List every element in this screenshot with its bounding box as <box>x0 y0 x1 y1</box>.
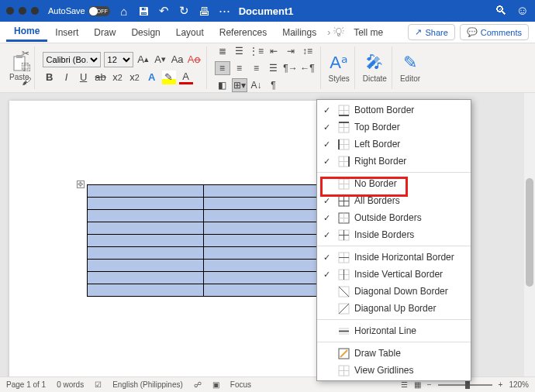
subscript-button[interactable]: x2 <box>111 70 125 84</box>
decrease-font-icon[interactable]: A▾ <box>154 53 167 67</box>
table-row[interactable] <box>88 235 320 247</box>
align-right-icon[interactable]: ≡ <box>249 61 264 75</box>
indent-dec-icon[interactable]: ⇤ <box>266 44 281 58</box>
zoom-dot-icon[interactable] <box>31 7 39 15</box>
window-controls[interactable] <box>6 7 39 15</box>
clear-format-icon[interactable]: Aꝋ <box>188 53 202 67</box>
tab-draw[interactable]: Draw <box>86 24 123 41</box>
menu-item-border-outside[interactable]: ✓Outside Borders <box>317 209 471 226</box>
superscript-button[interactable]: x2 <box>128 70 142 84</box>
rtl-icon[interactable]: ←¶ <box>300 61 316 75</box>
focus-icon[interactable]: ▣ <box>212 380 219 389</box>
more-icon[interactable]: ⋯ <box>219 5 231 17</box>
strike-button[interactable]: ab <box>94 70 108 84</box>
focus-label[interactable]: Focus <box>230 380 251 389</box>
zoom-in-icon[interactable]: + <box>499 380 503 389</box>
account-icon[interactable]: ☺ <box>516 4 529 18</box>
text-effects-icon[interactable]: A <box>145 70 159 84</box>
numbering-icon[interactable]: ☰ <box>232 44 247 58</box>
menu-item-border-all[interactable]: ✓All Borders <box>317 192 471 209</box>
increase-font-icon[interactable]: A▴ <box>136 53 150 67</box>
table-row[interactable] <box>88 260 320 272</box>
highlight-icon[interactable]: ✎ <box>162 70 176 84</box>
print-icon[interactable]: 🖶 <box>198 5 211 17</box>
table-row[interactable] <box>88 185 320 198</box>
menu-item-border-h[interactable]: ✓Inside Horizontal Border <box>317 249 471 266</box>
table-row[interactable] <box>88 272 320 284</box>
bold-button[interactable]: B <box>43 70 57 84</box>
more-tabs-icon[interactable]: › <box>327 27 330 38</box>
menu-item-border-inside[interactable]: ✓Inside Borders <box>317 226 471 243</box>
editor-group[interactable]: ✎ Editor <box>395 46 425 89</box>
font-color-icon[interactable]: A <box>179 70 193 84</box>
language-indicator[interactable]: English (Philippines) <box>112 380 183 389</box>
ltr-icon[interactable]: ¶→ <box>283 61 299 75</box>
zoom-handle-icon[interactable] <box>465 381 470 389</box>
menu-item-draw-table[interactable]: Draw Table <box>317 345 471 362</box>
menu-item-border-right[interactable]: ✓Right Border <box>317 153 471 170</box>
minimize-dot-icon[interactable] <box>19 7 26 15</box>
scroll-thumb-icon[interactable] <box>526 178 533 287</box>
justify-icon[interactable]: ☰ <box>266 61 281 75</box>
zoom-out-icon[interactable]: − <box>427 380 432 389</box>
autosave-toggle[interactable]: OFF <box>88 6 110 16</box>
bullets-icon[interactable]: ≣ <box>215 44 230 58</box>
borders-button[interactable]: ⊞▾ <box>232 78 247 92</box>
tab-insert[interactable]: Insert <box>47 24 86 41</box>
menu-item-hline[interactable]: Horizontal Line <box>317 322 471 339</box>
cut-icon[interactable]: ✂ <box>22 48 33 59</box>
tab-design[interactable]: Design <box>123 24 167 41</box>
menu-item-border-left[interactable]: ✓Left Border <box>317 136 471 153</box>
table-row[interactable] <box>88 247 320 260</box>
tell-me[interactable]: Tell me <box>346 24 391 41</box>
accessibility-icon[interactable]: ☍ <box>194 380 202 389</box>
align-center-icon[interactable]: ≡ <box>232 61 247 75</box>
undo-icon[interactable]: ↶ <box>158 5 171 17</box>
font-name-select[interactable]: Calibri (Bo… <box>43 52 101 67</box>
multilevel-icon[interactable]: ⋮≡ <box>249 44 264 58</box>
tab-mailings[interactable]: Mailings <box>274 24 324 41</box>
web-layout-icon[interactable]: ▦ <box>414 380 421 389</box>
copy-icon[interactable]: ⿻ <box>22 62 33 73</box>
dictate-group[interactable]: 🎤︎ Dictate <box>358 46 392 89</box>
tab-layout[interactable]: Layout <box>168 24 212 41</box>
italic-button[interactable]: I <box>60 70 74 84</box>
comments-button[interactable]: 💬Comments <box>460 24 529 40</box>
align-left-icon[interactable]: ≡ <box>215 61 230 75</box>
document-table[interactable] <box>87 184 320 297</box>
page-indicator[interactable]: Page 1 of 1 <box>6 380 46 389</box>
shading-icon[interactable]: ◧ <box>215 78 230 92</box>
share-button[interactable]: ↗Share <box>408 24 454 40</box>
menu-item-border-ddown[interactable]: Diagonal Down Border <box>317 283 471 300</box>
line-spacing-icon[interactable]: ↕≡ <box>300 44 316 58</box>
vertical-scrollbar[interactable] <box>524 93 535 377</box>
tab-references[interactable]: References <box>212 24 274 41</box>
word-count[interactable]: 0 words <box>57 380 84 389</box>
table-row[interactable] <box>88 210 320 222</box>
pilcrow-icon[interactable]: ¶ <box>266 78 281 92</box>
save-icon[interactable]: 💾︎ <box>138 5 150 17</box>
home-icon[interactable]: ⌂ <box>118 5 130 17</box>
menu-item-gridlines[interactable]: View Gridlines <box>317 362 471 379</box>
menu-item-border-top[interactable]: ✓Top Border <box>317 119 471 136</box>
table-row[interactable] <box>88 198 320 210</box>
table-move-handle-icon[interactable]: ✥ <box>77 181 85 188</box>
menu-item-border-bottom[interactable]: ✓Bottom Border <box>317 101 471 119</box>
menu-item-border-v[interactable]: ✓Inside Vertical Border <box>317 266 471 283</box>
print-layout-icon[interactable]: ☰ <box>401 380 408 389</box>
redo-icon[interactable]: ↻ <box>178 5 191 17</box>
close-dot-icon[interactable] <box>6 7 14 15</box>
styles-group[interactable]: Aᵃ Styles <box>324 46 355 89</box>
zoom-slider[interactable] <box>438 384 492 386</box>
change-case-icon[interactable]: Aa <box>171 53 185 67</box>
tab-home[interactable]: Home <box>6 22 47 42</box>
table-row[interactable] <box>88 284 320 297</box>
format-painter-icon[interactable]: 🖌 <box>22 76 33 87</box>
menu-item-border-dup[interactable]: Diagonal Up Border <box>317 300 471 317</box>
underline-button[interactable]: U <box>77 70 91 84</box>
font-size-select[interactable]: 12 <box>104 52 133 67</box>
menu-item-border-none[interactable]: No Border <box>317 175 471 192</box>
indent-inc-icon[interactable]: ⇥ <box>283 44 299 58</box>
sort-icon[interactable]: A↓ <box>249 78 264 92</box>
search-icon[interactable]: 🔍︎ <box>495 4 507 18</box>
